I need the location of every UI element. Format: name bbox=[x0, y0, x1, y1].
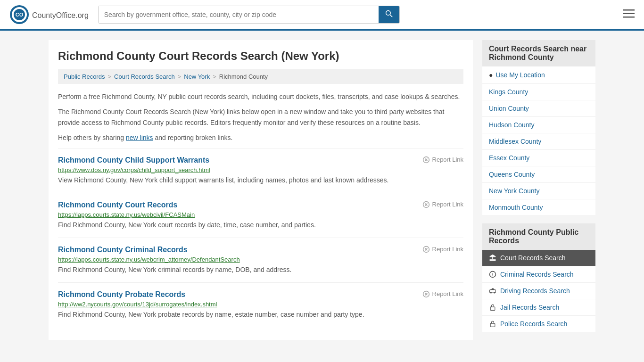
court-icon bbox=[489, 254, 496, 262]
report-icon-1 bbox=[422, 201, 430, 208]
records-list: Richmond County Child Support Warrants R… bbox=[58, 148, 463, 327]
nearby-section-title: Court Records Search near Richmond Count… bbox=[482, 40, 595, 66]
record-title-3[interactable]: Richmond County Probate Records bbox=[58, 290, 185, 299]
svg-rect-23 bbox=[490, 256, 496, 257]
record-desc-0: View Richmond County, New York child sup… bbox=[58, 175, 463, 185]
record-item-0: Richmond County Child Support Warrants R… bbox=[58, 148, 463, 193]
nearby-counties-section: Court Records Search near Richmond Count… bbox=[482, 40, 595, 216]
report-link-0[interactable]: Report Link bbox=[422, 156, 463, 164]
logo-icon: CO bbox=[9, 5, 29, 25]
svg-marker-30 bbox=[491, 288, 494, 289]
pin-icon: ● bbox=[489, 71, 493, 79]
menu-button[interactable] bbox=[623, 8, 635, 21]
page-description: Perform a free Richmond County, NY publi… bbox=[58, 91, 463, 143]
breadcrumb-sep-1: > bbox=[107, 73, 111, 80]
nearby-county-item-7: Monmouth County bbox=[482, 199, 595, 216]
nearby-county-link-5[interactable]: Queens County bbox=[482, 166, 595, 182]
public-records-list: Court Records Search!Criminal Records Se… bbox=[482, 250, 595, 332]
svg-rect-7 bbox=[623, 13, 635, 15]
nearby-county-link-7[interactable]: Monmouth County bbox=[482, 199, 595, 215]
record-item-3: Richmond County Probate Records Report L… bbox=[58, 282, 463, 327]
driving-icon bbox=[489, 287, 496, 295]
breadcrumb-sep-3: > bbox=[213, 73, 216, 80]
page-container: Richmond County Court Records Search (Ne… bbox=[39, 31, 605, 349]
pub-record-label-1: Criminal Records Search bbox=[500, 271, 574, 278]
record-url-0[interactable]: https://www.dos.ny.gov/corps/child_suppo… bbox=[58, 166, 463, 173]
svg-point-28 bbox=[490, 292, 492, 293]
nearby-counties-list: Kings CountyUnion CountyHudson CountyMid… bbox=[482, 84, 595, 216]
nearby-county-link-6[interactable]: New York County bbox=[482, 183, 595, 199]
pub-record-link-0[interactable]: Court Records Search bbox=[482, 250, 595, 266]
pub-record-link-2[interactable]: Driving Records Search bbox=[482, 283, 595, 299]
search-input[interactable] bbox=[99, 6, 379, 23]
nearby-county-link-2[interactable]: Hudson County bbox=[482, 117, 595, 133]
pub-record-label-3: Jail Records Search bbox=[500, 304, 559, 311]
record-desc-3: Find Richmond County, New York probate r… bbox=[58, 310, 463, 320]
record-item-2: Richmond County Criminal Records Report … bbox=[58, 238, 463, 282]
record-url-2[interactable]: https://iapps.courts.state.ny.us/webcrim… bbox=[58, 256, 463, 263]
report-link-3[interactable]: Report Link bbox=[422, 290, 463, 298]
search-bar bbox=[98, 6, 400, 24]
report-icon-2 bbox=[422, 246, 430, 253]
nearby-county-link-3[interactable]: Middlesex County bbox=[482, 133, 595, 149]
nearby-county-link-1[interactable]: Union County bbox=[482, 100, 595, 116]
search-button[interactable] bbox=[379, 6, 399, 23]
report-link-1[interactable]: Report Link bbox=[422, 201, 463, 208]
record-header-3: Richmond County Probate Records Report L… bbox=[58, 290, 463, 299]
svg-marker-24 bbox=[490, 255, 496, 256]
nearby-county-link-4[interactable]: Essex County bbox=[482, 150, 595, 166]
record-desc-2: Find Richmond County, New York criminal … bbox=[58, 265, 463, 275]
record-header-1: Richmond County Court Records Report Lin… bbox=[58, 201, 463, 209]
breadcrumb-new-york[interactable]: New York bbox=[184, 73, 210, 80]
use-location-link[interactable]: Use My Location bbox=[495, 71, 545, 79]
pub-record-link-1[interactable]: !Criminal Records Search bbox=[482, 266, 595, 282]
nearby-county-item-4: Essex County bbox=[482, 150, 595, 166]
public-records-section: Richmond County Public Records Court Rec… bbox=[482, 223, 595, 332]
new-links-link[interactable]: new links bbox=[126, 134, 153, 141]
record-title-1[interactable]: Richmond County Court Records bbox=[58, 201, 177, 209]
record-url-1[interactable]: https://iapps.courts.state.ny.us/webcivi… bbox=[58, 211, 463, 218]
nearby-county-item-2: Hudson County bbox=[482, 117, 595, 133]
pub-record-item-3: Jail Records Search bbox=[482, 299, 595, 316]
lock-icon-4 bbox=[489, 320, 496, 328]
record-url-3[interactable]: http://ww2.nycourts.gov/courts/13jd/surr… bbox=[58, 301, 463, 308]
svg-line-5 bbox=[390, 15, 392, 17]
pub-record-item-4: Police Records Search bbox=[482, 316, 595, 332]
page-title: Richmond County Court Records Search (Ne… bbox=[58, 49, 463, 63]
pub-record-label-2: Driving Records Search bbox=[500, 287, 570, 295]
record-item-1: Richmond County Court Records Report Lin… bbox=[58, 193, 463, 238]
sidebar: Court Records Search near Richmond Count… bbox=[482, 40, 595, 340]
svg-rect-31 bbox=[490, 307, 495, 310]
pub-record-link-3[interactable]: Jail Records Search bbox=[482, 299, 595, 315]
pub-record-link-4[interactable]: Police Records Search bbox=[482, 316, 595, 332]
nearby-county-item-5: Queens County bbox=[482, 166, 595, 183]
nearby-county-item-3: Middlesex County bbox=[482, 133, 595, 150]
breadcrumb-current: Richmond County bbox=[219, 73, 268, 80]
breadcrumb-sep-2: > bbox=[178, 73, 182, 80]
breadcrumb-court-records-search[interactable]: Court Records Search bbox=[114, 73, 175, 80]
lock-icon-3 bbox=[489, 304, 496, 311]
nearby-county-item-1: Union County bbox=[482, 100, 595, 117]
logo-link[interactable]: CO CountyOffice.org bbox=[9, 5, 89, 25]
svg-text:CO: CO bbox=[16, 12, 24, 17]
pub-record-item-2: Driving Records Search bbox=[482, 283, 595, 299]
main-content: Richmond County Court Records Search (Ne… bbox=[49, 40, 473, 340]
pub-record-item-0: Court Records Search bbox=[482, 250, 595, 266]
desc-para-1: Perform a free Richmond County, NY publi… bbox=[58, 91, 463, 102]
criminal-icon: ! bbox=[489, 271, 496, 278]
svg-point-4 bbox=[386, 11, 390, 16]
breadcrumb-public-records[interactable]: Public Records bbox=[64, 73, 105, 80]
record-title-0[interactable]: Richmond County Child Support Warrants bbox=[58, 156, 209, 165]
record-desc-1: Find Richmond County, New York court rec… bbox=[58, 220, 463, 230]
pub-record-item-1: !Criminal Records Search bbox=[482, 266, 595, 283]
nearby-county-link-0[interactable]: Kings County bbox=[482, 84, 595, 100]
pub-record-label-4: Police Records Search bbox=[500, 320, 567, 328]
hamburger-icon bbox=[623, 9, 635, 18]
report-link-2[interactable]: Report Link bbox=[422, 246, 463, 253]
report-icon-3 bbox=[422, 290, 430, 298]
nearby-county-item-6: New York County bbox=[482, 183, 595, 199]
report-icon-0 bbox=[422, 156, 430, 164]
svg-rect-8 bbox=[623, 16, 635, 18]
record-title-2[interactable]: Richmond County Criminal Records bbox=[58, 246, 188, 254]
svg-point-29 bbox=[494, 292, 495, 293]
